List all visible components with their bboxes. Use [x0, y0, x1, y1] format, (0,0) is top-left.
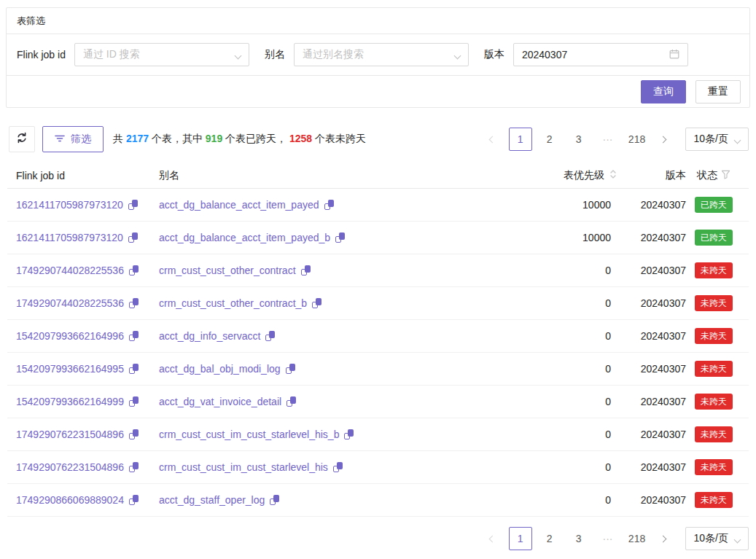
copy-icon[interactable]: [270, 495, 279, 505]
priority-value: 0: [522, 265, 617, 276]
copy-icon[interactable]: [129, 396, 139, 407]
alias-link[interactable]: crm_cust_cust_im_cust_starlevel_his_b: [159, 429, 339, 440]
page-number-2[interactable]: 2: [538, 527, 561, 550]
table-row: 1749290866069889024acct_dg_staff_oper_lo…: [7, 484, 749, 517]
page-number-3[interactable]: 3: [567, 128, 591, 151]
page-number-218[interactable]: 218: [626, 527, 649, 550]
priority-value: 10000: [522, 232, 617, 243]
flink-job-id-cell: 1749290866069889024: [16, 494, 159, 506]
flink-job-id-cell: 1749290744028225536: [16, 265, 159, 276]
prev-page-button[interactable]: [483, 527, 503, 550]
copy-icon[interactable]: [129, 495, 139, 505]
table-row: 1749290744028225536crm_cust_cust_other_c…: [7, 287, 749, 320]
table-row: 1749290762231504896crm_cust_cust_im_cust…: [7, 451, 749, 484]
copy-icon[interactable]: [129, 298, 139, 308]
reset-button[interactable]: 重置: [695, 80, 741, 103]
sorter-icon[interactable]: [609, 168, 617, 182]
priority-value: 0: [522, 297, 617, 309]
alias-link[interactable]: crm_cust_cust_other_contract_b: [159, 297, 307, 309]
table-row: 1621411705987973120acct_dg_balance_acct_…: [7, 189, 749, 222]
copy-icon[interactable]: [335, 232, 345, 243]
copy-icon[interactable]: [129, 265, 139, 275]
copy-icon[interactable]: [324, 200, 334, 210]
copy-icon[interactable]: [333, 462, 343, 472]
flink-job-id-link[interactable]: 1749290744028225536: [16, 297, 124, 309]
alias-link[interactable]: acct_dg_info_servacct: [159, 330, 260, 342]
version-date-value: 20240307: [522, 49, 567, 60]
status-badge: 未跨天: [695, 361, 733, 377]
copy-icon[interactable]: [344, 429, 354, 439]
flink-job-id-cell: 1621411705987973120: [16, 199, 159, 211]
page-number-218[interactable]: 218: [626, 128, 649, 151]
summary-segment: 1258: [289, 133, 312, 144]
filter-button-label: 筛选: [71, 133, 91, 146]
flink-job-id-link[interactable]: 1621411705987973120: [16, 232, 123, 243]
alias-link[interactable]: acct_dg_balance_acct_item_payed: [159, 199, 319, 211]
flink-job-id-link[interactable]: 1542097993662164999: [16, 396, 124, 407]
alias-cell: acct_dg_balance_acct_item_payed_b: [159, 232, 522, 243]
query-button[interactable]: 查询: [641, 80, 686, 103]
page-size-select[interactable]: 10条/页: [685, 527, 749, 550]
header-priority[interactable]: 表优先级: [522, 168, 617, 182]
flink-job-id-link[interactable]: 1621411705987973120: [16, 199, 123, 211]
next-page-button[interactable]: [653, 128, 674, 151]
copy-icon[interactable]: [129, 364, 139, 374]
alias-link[interactable]: crm_cust_cust_im_cust_starlevel_his: [159, 461, 328, 473]
chevron-down-icon: [455, 49, 460, 60]
page-number-3[interactable]: 3: [567, 527, 591, 550]
copy-icon[interactable]: [128, 200, 138, 210]
copy-icon[interactable]: [129, 331, 139, 341]
table-row: 1749290762231504896crm_cust_cust_im_cust…: [7, 418, 749, 451]
alias-cell: crm_cust_cust_im_cust_starlevel_his: [159, 461, 522, 473]
copy-icon[interactable]: [128, 232, 138, 243]
alias-link[interactable]: acct_dg_bal_obj_modi_log: [159, 363, 281, 375]
header-priority-label: 表优先级: [564, 169, 604, 182]
page-size-value: 10条/页: [694, 532, 728, 545]
pager-ellipsis: ···: [596, 527, 620, 550]
table-row: 1542097993662164999acct_dg_vat_invoice_d…: [7, 386, 749, 418]
status-cell: 未跨天: [686, 394, 741, 410]
next-chevron-icon: [660, 136, 667, 143]
next-page-button[interactable]: [653, 527, 674, 550]
page-number-1[interactable]: 1: [509, 527, 532, 550]
alias-link[interactable]: acct_dg_vat_invoice_detail: [159, 396, 281, 407]
prev-page-button[interactable]: [483, 128, 503, 151]
priority-value: 0: [522, 429, 617, 440]
page-number-2[interactable]: 2: [538, 128, 561, 151]
alias-link[interactable]: crm_cust_cust_other_contract: [159, 265, 296, 276]
alias-link[interactable]: acct_dg_staff_oper_log: [159, 494, 265, 506]
flink-job-id-link[interactable]: 1749290762231504896: [16, 429, 124, 440]
copy-icon[interactable]: [129, 462, 139, 472]
flink-job-id-link[interactable]: 1749290866069889024: [16, 494, 124, 506]
flink-job-id-link[interactable]: 1542097993662164995: [16, 363, 124, 375]
alias-select[interactable]: 通过别名搜索: [294, 43, 469, 66]
table-row: 1542097993662164996acct_dg_info_servacct…: [7, 320, 749, 353]
copy-icon[interactable]: [312, 298, 322, 308]
copy-icon[interactable]: [129, 429, 139, 439]
status-badge: 未跨天: [695, 295, 733, 311]
alias-link[interactable]: acct_dg_balance_acct_item_payed_b: [159, 232, 330, 243]
page-size-select[interactable]: 10条/页: [685, 128, 749, 151]
filter-button[interactable]: 筛选: [42, 126, 104, 152]
flink-job-id-cell: 1749290762231504896: [16, 461, 159, 473]
table-header: Flink job id 别名 表优先级 版本 状态: [7, 163, 749, 189]
version-value: 20240307: [617, 396, 686, 407]
flink-job-id-link[interactable]: 1749290762231504896: [16, 461, 124, 473]
copy-icon[interactable]: [286, 364, 295, 374]
funnel-icon[interactable]: [721, 170, 730, 181]
alias-cell: crm_cust_cust_other_contract: [159, 265, 522, 276]
copy-icon[interactable]: [265, 331, 275, 341]
copy-icon[interactable]: [301, 265, 311, 275]
flink-job-id-link[interactable]: 1542097993662164996: [16, 330, 124, 342]
alias-cell: acct_dg_staff_oper_log: [159, 494, 522, 506]
page-number-1[interactable]: 1: [509, 128, 532, 151]
copy-icon[interactable]: [287, 396, 296, 407]
refresh-button[interactable]: [9, 126, 35, 152]
version-date-input[interactable]: 20240307: [513, 43, 688, 66]
flink-job-id-select[interactable]: 通过 ID 搜索: [74, 43, 249, 66]
summary-segment: 个表已跨天，: [222, 133, 289, 144]
header-status[interactable]: 状态: [686, 169, 741, 182]
flink-job-id-link[interactable]: 1749290744028225536: [16, 265, 124, 276]
summary-segment: 个表，其中: [149, 133, 206, 144]
priority-value: 0: [522, 461, 617, 473]
